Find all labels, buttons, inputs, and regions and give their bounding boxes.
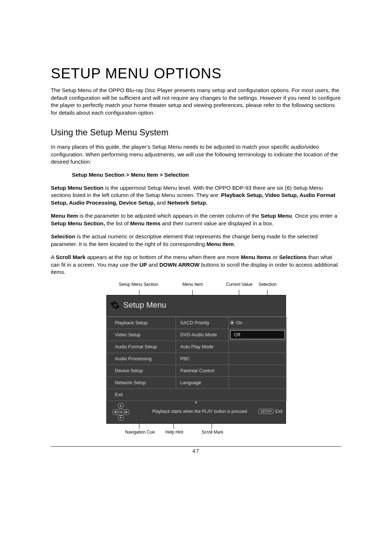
menu-section-cell: Exit [107,389,286,401]
setup-menu-header: Setup Menu [107,295,286,317]
arrow-up-icon: ▲ [118,403,124,408]
table-row: Playback SetupSACD PriorityOn [107,317,286,329]
table-row: Exit [107,389,286,401]
bold-text: Network Setup. [167,200,208,206]
table-row: Device SetupParental Control [107,365,286,377]
table-row: Audio ProcessingPBC [107,353,286,365]
arrow-down-icon: ▼ [118,415,124,420]
menu-section-cell: Audio Format Setup [107,341,176,353]
bold-text: Setup Menu [261,213,292,219]
table-row: Network SetupLanguage [107,377,286,389]
navigation-cue-icon: ▲ ▼ ◀ ▶ OK [113,403,128,420]
setup-menu-title: Setup Menu [123,300,167,310]
annot-scroll-mark: Scroll Mark [202,430,224,435]
menu-section-cell: Playback Setup [107,317,176,329]
arrow-left-icon: ◀ [113,409,118,415]
document-page: SETUP MENU OPTIONS The Setup Menu of the… [0,0,392,554]
paragraph-2: Setup Menu Section is the uppermost Setu… [51,184,341,207]
bold-text: Setup Menu Section, [51,220,105,226]
paragraph-4: Selection is the actual numeric or descr… [51,233,341,248]
setup-menu-table: Playback SetupSACD PriorityOnVideo Setup… [107,317,287,401]
annot-item: Menu Item [183,282,203,287]
scroll-down-icon: ▼ [194,401,198,405]
paragraph-3: Menu Item is the parameter to be adjuste… [51,212,341,227]
page-number: 47 [51,448,341,454]
menu-section-cell: Audio Processing [107,353,176,365]
setup-menu-figure: Setup Menu Section Menu Item Current Val… [106,282,286,435]
breadcrumb-example: Setup Menu Section > Menu Item > Selecti… [72,172,341,178]
menu-value-cell: On [228,317,286,329]
setup-menu-screenshot: Setup Menu Playback SetupSACD PriorityOn… [106,295,286,424]
bold-text: Setup Menu Section [51,185,103,191]
bold-text: DOWN ARROW [159,262,200,268]
menu-section-cell: Network Setup [107,377,176,389]
bold-text: Menu Item [51,213,78,219]
bold-text: Scroll Mark [56,254,86,260]
annot-section: Setup Menu Section [119,282,158,287]
menu-item-cell: DVD-Audio Mode [176,329,228,341]
bold-text: Menu Items [241,254,271,260]
intro-paragraph: The Setup Menu of the OPPO Blu-ray Disc … [51,87,341,116]
annot-nav-cue: Navigation Cue [125,430,155,435]
figure-top-ticks [106,290,286,295]
bold-text: Selections [279,254,307,260]
help-hint-text: Playback starts when the PLAY button is … [132,409,259,414]
table-row: Audio Format SetupAuto Play Mode [107,341,286,353]
menu-value-cell [228,377,286,389]
annot-selection: Selection [259,282,277,287]
bold-text: Menu Item [207,241,234,247]
annot-value: Current Value [226,282,253,287]
menu-value-cell [228,365,286,377]
exit-label: Exit [275,409,282,414]
radio-on-icon [230,321,234,325]
annot-help-hint: Help Hint [166,430,183,435]
menu-section-cell: Device Setup [107,365,176,377]
figure-bottom-annotations: Navigation Cue Help Hint Scroll Mark [106,429,286,435]
menu-item-cell: SACD Priority [176,317,228,329]
bold-text: UP [139,262,147,268]
footer-rule [51,446,341,447]
menu-value-cell: Off [228,329,286,341]
paragraph-5: A Scroll Mark appears at the top or bott… [51,254,341,276]
page-title: SETUP MENU OPTIONS [51,65,341,82]
bold-text: Menu Items [130,220,161,226]
figure-top-annotations: Setup Menu Section Menu Item Current Val… [106,282,286,288]
section-heading: Using the Setup Menu System [51,127,341,138]
selection-highlight: Off [230,330,285,339]
menu-value-cell [228,341,286,353]
ok-button-icon: OK [117,409,124,415]
paragraph-1: In many places of this guide, the player… [51,143,341,166]
figure-bottom-ticks [106,424,286,429]
menu-section-cell: Video Setup [107,329,176,341]
menu-value-cell [228,353,286,365]
current-value-text: On [236,320,242,325]
bold-text: Selection [51,233,75,239]
menu-item-cell: Language [176,377,228,389]
setup-menu-footer: ▼ ▲ ▼ ◀ ▶ OK Playback starts when the PL… [107,401,286,423]
gear-icon [110,300,120,310]
menu-item-cell: Auto Play Mode [176,341,228,353]
menu-item-cell: PBC [176,353,228,365]
setup-button-icon: SETUP [258,409,274,414]
menu-item-cell: Parental Control [176,365,228,377]
table-row: Video SetupDVD-Audio ModeOff [107,329,286,341]
arrow-right-icon: ▶ [124,409,129,415]
